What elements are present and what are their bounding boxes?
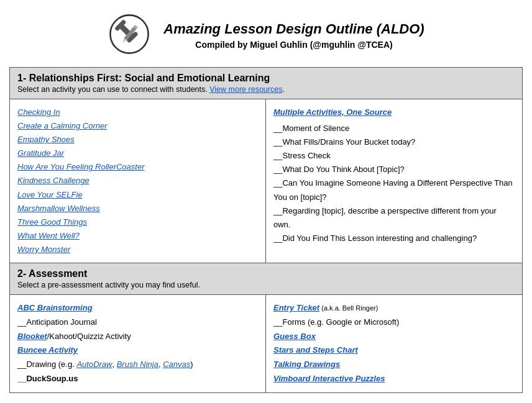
blooket-suffix: /Kahoot/Quizziz Activity: [47, 332, 131, 341]
link-stars-steps[interactable]: Stars and Steps Chart: [273, 345, 358, 355]
link-what-went-well[interactable]: What Went Well?: [17, 229, 258, 243]
link-three-good-things[interactable]: Three Good Things: [17, 215, 258, 229]
section2-content: ABC Brainstorming __Anticipation Journal…: [10, 295, 522, 392]
link-canvas[interactable]: Canvas: [163, 360, 190, 369]
logo: [108, 12, 151, 58]
entry-ticket-note: (a.k.a. Bell Ringer): [319, 304, 378, 312]
section2-left-col: ABC Brainstorming __Anticipation Journal…: [10, 295, 266, 392]
right-item-6: __Regarding [topic], describe a perspect…: [273, 204, 515, 232]
assess-talking-drawings: Talking Drawings: [273, 358, 515, 372]
link-worry-monster[interactable]: Worry Monster: [17, 243, 258, 256]
link-empathy-shoes[interactable]: Empathy Shoes: [17, 133, 258, 147]
right-item-5: __Can You Imagine Someone Having a Diffe…: [273, 176, 515, 204]
assess-anticipation: __Anticipation Journal: [17, 315, 258, 330]
section1-header: 1- Relationships First: Social and Emoti…: [10, 68, 522, 99]
link-rollercoaster[interactable]: How Are You Feeling RollerCoaster: [17, 160, 258, 174]
link-marshmallow-wellness[interactable]: Marshmallow Wellness: [17, 202, 258, 215]
page-title: Amazing Lesson Design Outline (ALDO): [163, 21, 424, 37]
section1-right-col: Multiple Activities, One Source __Moment…: [266, 99, 522, 263]
right-item-1: __Moment of Silence: [273, 122, 515, 135]
page-subtitle: Compiled by Miguel Guhlin (@mguhlin @TCE…: [163, 40, 424, 50]
link-checking-in[interactable]: Checking In: [17, 106, 258, 119]
link-abc-brainstorming[interactable]: ABC Brainstorming: [17, 303, 93, 312]
section2-right-col: Entry Ticket (a.k.a. Bell Ringer) __Form…: [266, 295, 522, 392]
right-item-3: __Stress Check: [273, 149, 515, 163]
ducksoup-text: __DuckSoup.us: [17, 374, 78, 383]
section2-header: 2- Assessment Select a pre-assessment ac…: [10, 263, 522, 295]
assess-entry-ticket: Entry Ticket (a.k.a. Bell Ringer): [273, 301, 515, 315]
section1-description: Select an activity you can use to connec…: [17, 85, 515, 94]
header-text-block: Amazing Lesson Design Outline (ALDO) Com…: [163, 21, 424, 50]
assess-abc: ABC Brainstorming: [17, 301, 258, 315]
link-entry-ticket[interactable]: Entry Ticket: [273, 303, 319, 312]
link-vimboard[interactable]: Vimboard Interactive Puzzles: [273, 374, 385, 383]
main-container: 1- Relationships First: Social and Emoti…: [9, 67, 523, 393]
link-gratitude-jar[interactable]: Gratitude Jar: [17, 147, 258, 160]
section1-content: Checking In Create a Calming Corner Empa…: [10, 99, 522, 263]
view-more-link[interactable]: View more resources: [209, 85, 282, 94]
assess-forms: __Forms (e.g. Google or Microsoft): [273, 315, 515, 330]
section1-left-col: Checking In Create a Calming Corner Empa…: [10, 99, 266, 263]
link-buncee[interactable]: Buncee Activity: [17, 345, 78, 355]
link-calming-corner[interactable]: Create a Calming Corner: [17, 119, 258, 133]
section2-heading: 2- Assessment: [17, 268, 515, 279]
assess-vimboard: Vimboard Interactive Puzzles: [273, 372, 515, 386]
assess-guess-box: Guess Box: [273, 330, 515, 344]
right-item-4: __What Do You Think About [Topic]?: [273, 163, 515, 176]
page-header: Amazing Lesson Design Outline (ALDO) Com…: [6, 6, 526, 67]
section2-description: Select a pre-assessment activity you may…: [17, 281, 515, 289]
right-col-items: __Moment of Silence __What Fills/Drains …: [273, 122, 515, 245]
link-multiple-activities[interactable]: Multiple Activities, One Source: [273, 106, 515, 119]
link-kindness-challenge[interactable]: Kindness Challenge: [17, 174, 258, 188]
right-item-2: __What Fills/Drains Your Bucket today?: [273, 135, 515, 149]
assess-drawing: __Drawing (e.g. AutoDraw, Brush Ninja, C…: [17, 358, 258, 372]
link-autodraw[interactable]: AutoDraw: [76, 360, 112, 369]
section1-heading: 1- Relationships First: Social and Emoti…: [17, 73, 515, 84]
link-guess-box[interactable]: Guess Box: [273, 332, 316, 341]
link-talking-drawings[interactable]: Talking Drawings: [273, 360, 340, 369]
link-blooket[interactable]: Blooket: [17, 332, 47, 341]
assess-buncee: Buncee Activity: [17, 343, 258, 358]
assess-ducksoups: __DuckSoup.us: [17, 372, 258, 386]
assess-blooket: Blooket/Kahoot/Quizziz Activity: [17, 330, 258, 344]
assess-stars-steps: Stars and Steps Chart: [273, 343, 515, 358]
link-love-selfie[interactable]: Love Your SELFie: [17, 188, 258, 202]
right-item-7: __Did You Find This Lesson interesting a…: [273, 232, 515, 245]
link-brush-ninja[interactable]: Brush Ninja: [117, 360, 158, 369]
